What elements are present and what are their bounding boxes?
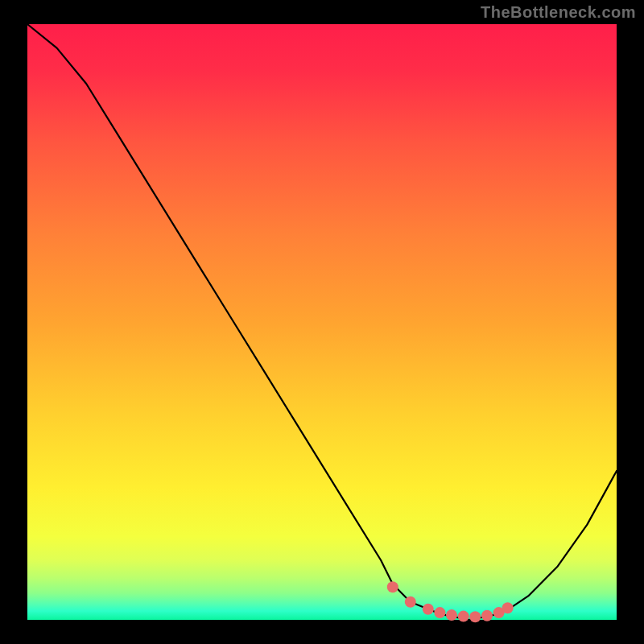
chart-marker [423, 604, 434, 615]
chart-marker [405, 597, 416, 608]
chart-marker [458, 611, 469, 622]
chart-marker [481, 610, 493, 621]
chart-marker [387, 581, 398, 592]
chart-marker [446, 609, 457, 621]
chart-marker [502, 602, 514, 613]
chart-marker [434, 607, 445, 618]
bottleneck-chart [0, 0, 644, 644]
chart-gradient-background [27, 24, 617, 620]
chart-marker [469, 611, 481, 622]
